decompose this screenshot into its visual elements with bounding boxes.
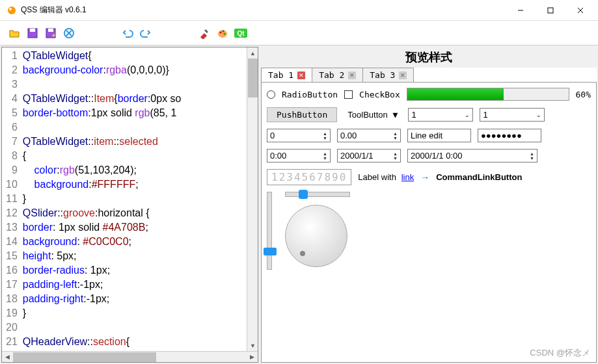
scroll-down-icon[interactable]: ▼ [247,340,258,351]
tab[interactable]: Tab 3 ✕ [362,68,414,82]
minimize-button[interactable] [506,1,536,20]
progress-bar [407,88,569,101]
editor-pane: 123456789101112131415161718192021 QTable… [1,47,258,363]
svg-point-14 [220,31,222,33]
scroll-right-icon[interactable]: ▶ [247,352,258,363]
maximize-button[interactable] [536,1,565,20]
open-icon[interactable] [7,25,22,41]
svg-rect-3 [548,8,553,13]
scroll-thumb[interactable] [248,58,258,98]
close-tab-icon[interactable]: ✕ [399,72,407,79]
line-edit[interactable]: Line edit [407,129,471,142]
spinbox-int[interactable]: 0▲▼ [267,129,331,142]
tab-content: RadioButton CheckBox 60% PushButton Tool… [261,83,597,363]
checkbox[interactable] [344,90,353,99]
tool-button[interactable]: ToolButton ▼ [344,108,401,122]
svg-text:Qt: Qt [237,30,245,37]
scroll-left-icon[interactable]: ◀ [2,352,13,363]
save-icon[interactable] [25,25,40,41]
horizontal-scrollbar[interactable]: ◀ ▶ [2,351,258,362]
scroll-thumb[interactable] [13,352,156,362]
combobox-1[interactable]: 1⌄ [408,108,473,122]
watermark: CSDN @怀念メ [530,347,590,359]
spinbox-double[interactable]: 0.00▲▼ [337,129,401,142]
command-link-button[interactable]: CommandLinkButton [436,172,522,182]
preview-title: 预览样式 [261,47,597,68]
toolbar: Qt [0,21,598,46]
svg-point-1 [9,8,12,10]
svg-rect-7 [30,29,35,32]
tab[interactable]: Tab 2 ✕ [312,68,363,82]
code-editor[interactable]: QTableWidget{background-color:rgba(0,0,0… [21,47,183,351]
vertical-slider[interactable] [267,192,272,270]
close-tab-icon[interactable]: ✕ [297,72,305,79]
radio-button[interactable] [267,90,275,99]
svg-rect-9 [48,29,53,32]
preview-pane: 预览样式 Tab 1 ✕Tab 2 ✕Tab 3 ✕ RadioButton C… [261,47,597,363]
line-gutter: 123456789101112131415161718192021 [2,47,21,351]
qt-icon[interactable]: Qt [233,25,249,41]
label-text: Label with link [358,172,414,182]
svg-point-16 [224,32,226,34]
date-edit[interactable]: 2000/1/1▲▼ [337,149,401,162]
app-icon [7,5,17,16]
datetime-edit[interactable]: 2000/1/1 0:00▲▼ [407,149,537,162]
delete-icon[interactable] [61,25,77,41]
password-edit[interactable]: ●●●●●●●● [478,129,541,142]
undo-icon[interactable] [120,25,135,41]
dial[interactable] [285,205,347,267]
svg-point-0 [8,6,16,14]
lcd-number: 1234567890 [267,169,351,185]
link[interactable]: link [401,172,415,182]
close-tab-icon[interactable]: ✕ [348,72,356,79]
tab-bar: Tab 1 ✕Tab 2 ✕Tab 3 ✕ [261,68,597,83]
window-title: QSS 编辑器 v0.6.1 [21,5,506,16]
radio-label: RadioButton [282,90,338,99]
palette-icon[interactable] [215,25,230,41]
combobox-2[interactable]: 1⌄ [480,108,545,122]
tab[interactable]: Tab 1 ✕ [261,68,312,82]
time-edit[interactable]: 0:00▲▼ [267,149,331,162]
saveas-icon[interactable] [43,25,59,41]
arrow-icon: → [420,172,429,183]
vertical-scrollbar[interactable]: ▲ ▼ [247,47,258,351]
tools-icon[interactable] [197,25,212,41]
push-button[interactable]: PushButton [267,107,337,122]
titlebar: QSS 编辑器 v0.6.1 [0,0,598,21]
scroll-up-icon[interactable]: ▲ [247,47,258,58]
redo-icon[interactable] [138,25,154,41]
horizontal-slider[interactable] [285,192,350,197]
progress-text: 60% [576,90,591,99]
svg-point-15 [223,30,224,32]
close-button[interactable] [565,1,595,20]
checkbox-label: CheckBox [359,90,400,99]
